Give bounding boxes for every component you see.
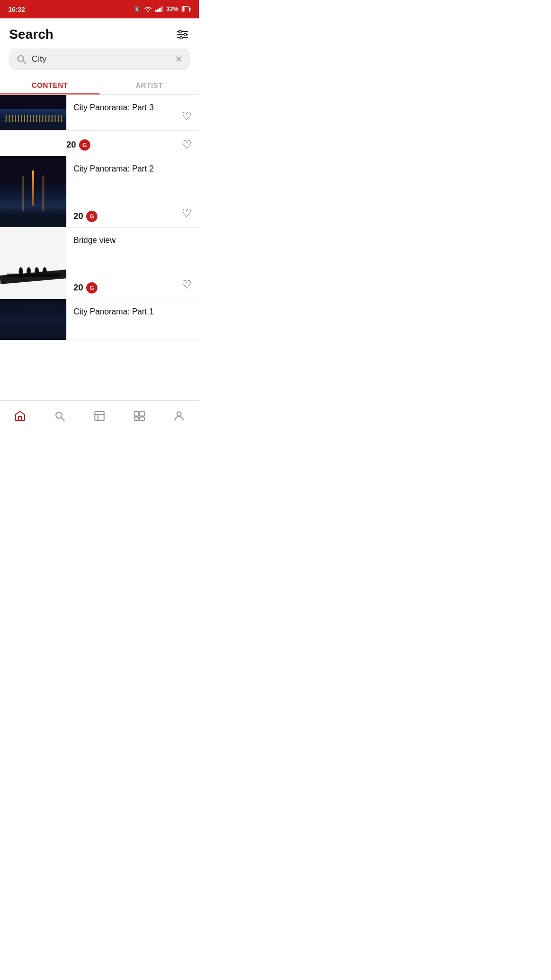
signal-icon — [155, 6, 163, 12]
clear-icon[interactable]: ✕ — [175, 54, 183, 65]
svg-line-21 — [61, 418, 64, 421]
svg-rect-22 — [95, 411, 104, 421]
favorite-button[interactable]: ♡ — [182, 278, 192, 291]
item-thumbnail — [0, 228, 66, 299]
list-item: City Panorama: Part 3 ♡ — [0, 95, 199, 131]
nav-search[interactable] — [47, 408, 72, 424]
coin-icon: G — [86, 282, 97, 293]
svg-rect-6 — [190, 8, 191, 11]
svg-point-18 — [42, 267, 46, 276]
header: Search — [0, 18, 199, 48]
price: 20 — [66, 140, 76, 150]
coin-icon: G — [79, 139, 90, 151]
svg-rect-28 — [140, 417, 144, 421]
list-item: Bridge view 20 G ♡ — [0, 228, 199, 299]
item-info: Bridge view 20 G — [66, 228, 199, 299]
wifi-icon — [144, 6, 152, 12]
status-time: 16:32 — [8, 6, 25, 13]
item-thumbnail — [0, 156, 66, 227]
search-icon — [16, 54, 27, 64]
page-title: Search — [9, 27, 54, 42]
svg-point-29 — [177, 412, 181, 416]
svg-point-15 — [18, 267, 22, 276]
svg-rect-27 — [134, 417, 139, 421]
item-info: City Panorama: Part 3 — [66, 95, 199, 130]
favorite-button[interactable]: ♡ — [182, 207, 192, 220]
nav-multi[interactable] — [127, 408, 152, 424]
list-item-price-row: 20 G ♡ — [0, 131, 199, 156]
status-bar: 16:32 🔇 32% — [0, 0, 199, 18]
svg-point-16 — [27, 267, 31, 276]
svg-rect-1 — [157, 9, 159, 12]
svg-point-12 — [180, 36, 183, 39]
svg-rect-25 — [134, 411, 139, 416]
nav-profile[interactable] — [167, 408, 191, 424]
item-price-row: 20 G — [66, 134, 90, 151]
item-title: City Panorama: Part 3 — [73, 102, 192, 113]
svg-rect-5 — [183, 7, 185, 12]
favorite-button[interactable]: ♡ — [182, 110, 192, 123]
svg-point-17 — [34, 267, 38, 276]
svg-point-11 — [184, 33, 187, 36]
svg-rect-19 — [18, 416, 21, 421]
nav-home[interactable] — [8, 408, 32, 424]
battery-text: 32% — [166, 6, 179, 13]
item-price-row: 20 G — [73, 206, 192, 222]
battery-icon — [182, 6, 191, 12]
svg-point-10 — [179, 30, 182, 33]
favorite-button[interactable]: ♡ — [182, 138, 192, 152]
svg-line-14 — [23, 61, 26, 63]
nav-library[interactable] — [87, 408, 112, 424]
item-info: City Panorama: Part 1 — [66, 299, 199, 340]
item-title: City Panorama: Part 1 — [73, 306, 192, 317]
filter-button[interactable] — [176, 28, 190, 42]
search-input[interactable] — [32, 54, 170, 64]
price: 20 — [73, 211, 83, 222]
bottom-nav — [0, 400, 199, 431]
tab-content[interactable]: CONTENT — [0, 76, 99, 94]
tab-indicator — [0, 93, 99, 94]
content-list: City Panorama: Part 3 ♡ 20 G ♡ City Pano… — [0, 95, 199, 385]
coin-icon: G — [86, 211, 97, 222]
list-item: City Panorama: Part 2 20 G ♡ — [0, 156, 199, 228]
search-container: ✕ — [0, 48, 199, 76]
tab-artist[interactable]: ARTIST — [99, 76, 199, 94]
svg-rect-0 — [155, 10, 157, 12]
tabs: CONTENT ARTIST — [0, 76, 199, 95]
item-thumbnail — [0, 95, 66, 131]
mute-icon: 🔇 — [133, 6, 141, 13]
svg-rect-26 — [140, 411, 144, 416]
status-right: 🔇 32% — [133, 6, 191, 13]
item-title: Bridge view — [73, 235, 192, 246]
list-item: City Panorama: Part 1 — [0, 299, 199, 340]
item-price-row: 20 G — [73, 277, 192, 293]
search-bar: ✕ — [9, 48, 190, 70]
price: 20 — [73, 283, 83, 293]
svg-rect-2 — [159, 8, 161, 12]
item-thumbnail — [0, 299, 66, 340]
item-title: City Panorama: Part 2 — [73, 163, 192, 175]
item-info: City Panorama: Part 2 20 G — [66, 156, 199, 227]
svg-rect-3 — [161, 6, 163, 12]
